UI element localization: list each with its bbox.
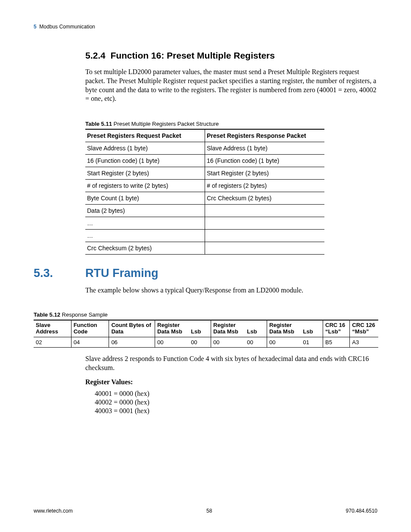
th-reg3-msb: Register Data Msb: [267, 320, 301, 337]
th-crc-msb: CRC 126 “Msb”: [350, 320, 378, 337]
th-reg3-lsb: Lsb: [301, 320, 323, 337]
list-item: 40002 = 0000 (hex): [95, 398, 377, 407]
th-reg2-lsb: Lsb: [245, 320, 267, 337]
table-row: Byte Count (1 byte)Crc Checksum (2 bytes…: [85, 192, 324, 205]
chapter-number: 5: [34, 24, 37, 30]
table-row: …: [85, 217, 324, 230]
running-header: 5 Modbus Communication: [34, 24, 377, 30]
table-row: 02 04 06 00 00 00 00 00 01 B5 A3: [34, 337, 378, 347]
section-53-num: 5.3.: [34, 267, 85, 280]
list-item: 40001 = 0000 (hex): [95, 389, 377, 398]
section-524-num: 5.2.4: [85, 50, 106, 60]
page-footer: www.rletech.com 58 970.484.6510: [34, 508, 377, 514]
th-reg2-msb: Register Data Msb: [211, 320, 245, 337]
section-53-paragraph: The example below shows a typical Query/…: [85, 286, 377, 295]
section-53-heading: 5.3.RTU Framing: [34, 267, 377, 280]
register-values-heading: Register Values:: [85, 378, 377, 386]
section-53-title: RTU Framing: [85, 267, 159, 280]
table-511-header-2: Preset Registers Response Packet: [205, 129, 325, 142]
table-511-caption: Table 5.11 Preset Multiple Registers Pac…: [85, 121, 377, 127]
table-512-caption: Table 5.12 Response Sample: [34, 311, 377, 318]
section-524-heading: 5.2.4 Function 16: Preset Multiple Regis…: [85, 50, 377, 61]
section-524-paragraph: To set multiple LD2000 parameter values,…: [85, 68, 377, 103]
th-crc-lsb: CRC 16 “Lsb”: [323, 320, 350, 337]
table-row: Data (2 bytes): [85, 205, 324, 217]
after-table-paragraph: Slave address 2 responds to Function Cod…: [85, 355, 377, 373]
table-row: …: [85, 230, 324, 242]
th-reg1-lsb: Lsb: [189, 320, 211, 337]
footer-center: 58: [206, 508, 212, 514]
th-count-bytes: Count Bytes of Data: [109, 320, 155, 337]
table-row: Slave Address (1 byte)Slave Address (1 b…: [85, 142, 324, 155]
table-511-header-1: Preset Registers Request Packet: [85, 129, 205, 142]
th-reg1-msb: Register Data Msb: [155, 320, 189, 337]
footer-left: www.rletech.com: [34, 508, 73, 514]
table-512: Slave Address Function Code Count Bytes …: [34, 320, 378, 348]
chapter-title: Modbus Communication: [39, 24, 95, 30]
table-row: Start Register (2 bytes)Start Register (…: [85, 167, 324, 180]
list-item: 40003 = 0001 (hex): [95, 407, 377, 415]
section-524-title: Function 16: Preset Multiple Registers: [110, 50, 275, 60]
footer-right: 970.484.6510: [346, 508, 377, 514]
table-row: # of registers to write (2 bytes)# of re…: [85, 180, 324, 192]
table-row: 16 (Function code) (1 byte)16 (Function …: [85, 155, 324, 167]
register-values-list: 40001 = 0000 (hex) 40002 = 0000 (hex) 40…: [95, 389, 377, 415]
th-function-code: Function Code: [71, 320, 109, 337]
th-slave-address: Slave Address: [34, 320, 71, 337]
table-511: Preset Registers Request Packet Preset R…: [85, 129, 324, 255]
table-row: Crc Checksum (2 bytes): [85, 242, 324, 255]
